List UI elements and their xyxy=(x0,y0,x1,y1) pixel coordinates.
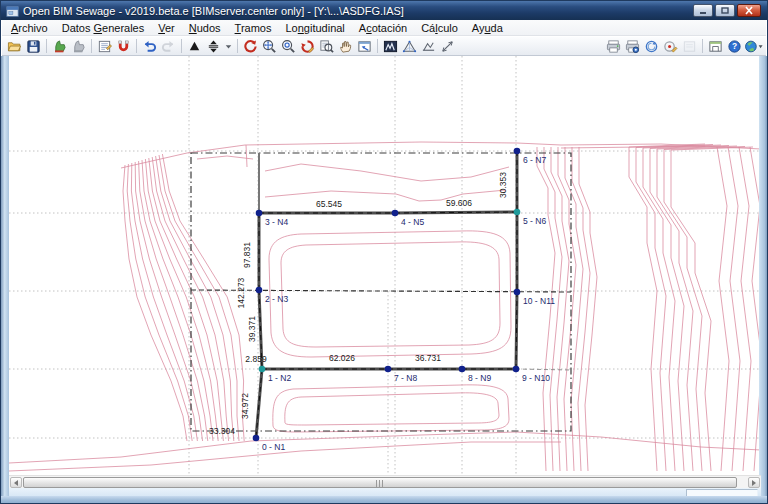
bim-sync-button[interactable] xyxy=(642,38,661,55)
dimension-label: 62.026 xyxy=(329,353,355,363)
contour-line xyxy=(162,154,244,441)
help-button[interactable]: ? xyxy=(725,38,744,55)
bimserver-world-button[interactable] xyxy=(744,38,763,55)
scrollbar-grip-icon xyxy=(376,480,384,487)
menu-item-c-lculo[interactable]: Cálculo xyxy=(414,21,465,35)
pan-button[interactable] xyxy=(336,38,355,55)
contour-line xyxy=(285,393,499,425)
menu-item-ver[interactable]: Ver xyxy=(151,21,182,35)
menu-item-acotaci-n[interactable]: Acotación xyxy=(352,21,414,35)
scroll-right-button[interactable] xyxy=(748,477,760,488)
bimserver-world-icon xyxy=(744,39,763,54)
node-2-N3[interactable] xyxy=(256,287,263,294)
window-frame-bottom xyxy=(1,496,767,503)
menu-item-datos-generales[interactable]: Datos Generales xyxy=(55,21,152,35)
contour-line xyxy=(159,155,239,441)
zoom-page-icon xyxy=(319,39,334,54)
scrollbar-thumb[interactable] xyxy=(23,477,737,488)
node-8-N9[interactable] xyxy=(459,366,466,373)
window-title: Open BIM Sewage - v2019.beta.e [BIMserve… xyxy=(23,5,404,17)
toolbar-group: ? xyxy=(705,37,764,55)
toolbar-separator xyxy=(237,39,238,53)
contour-line xyxy=(197,156,253,159)
window-view-button[interactable] xyxy=(706,38,725,55)
undo-button[interactable] xyxy=(140,38,159,55)
print-button[interactable] xyxy=(604,38,623,55)
toolbar-separator xyxy=(702,39,703,53)
node-label: 5 - N6 xyxy=(523,216,546,226)
menu-item-longitudinal[interactable]: Longitudinal xyxy=(278,21,351,35)
node-0-N1[interactable] xyxy=(253,435,260,442)
horizontal-scrollbar[interactable] xyxy=(9,475,761,488)
node-7-N8[interactable] xyxy=(385,366,392,373)
menu-bar: ArchivoDatos GeneralesVerNudosTramosLong… xyxy=(2,20,766,36)
edit-green-button[interactable] xyxy=(50,38,69,55)
dimension-label: 30.353 xyxy=(498,172,508,198)
menu-item-tramos[interactable]: Tramos xyxy=(228,21,279,35)
minimize-button[interactable] xyxy=(693,4,713,17)
contour-line xyxy=(629,144,705,471)
mark-expand-button[interactable] xyxy=(204,38,223,55)
open-file-button[interactable] xyxy=(5,38,24,55)
save-button[interactable] xyxy=(24,38,43,55)
menu-item-ayuda[interactable]: Ayuda xyxy=(465,21,510,35)
print-config-button[interactable] xyxy=(623,38,642,55)
terrain-mesh-button[interactable] xyxy=(400,38,419,55)
previous-view-button[interactable] xyxy=(355,38,374,55)
menu-item-archivo[interactable]: Archivo xyxy=(4,21,55,35)
contour-line xyxy=(265,164,509,181)
mark-dropdown-icon xyxy=(223,39,234,54)
edit-gray-button[interactable] xyxy=(69,38,88,55)
restore-button[interactable] xyxy=(715,4,735,17)
node-10-N11[interactable] xyxy=(514,289,521,296)
app-icon xyxy=(6,4,19,17)
node-label: 1 - N2 xyxy=(268,373,291,383)
redraw-button[interactable] xyxy=(298,38,317,55)
toolbar-separator xyxy=(46,39,47,53)
redo-button[interactable] xyxy=(159,38,178,55)
contour-line xyxy=(728,147,740,471)
print-icon xyxy=(606,39,621,54)
node-3-N4[interactable] xyxy=(256,210,263,217)
node-6-N7[interactable] xyxy=(514,148,521,155)
toolbar-group xyxy=(139,37,179,55)
mark-dropdown-button[interactable] xyxy=(223,38,234,55)
zoom-page-button[interactable] xyxy=(317,38,336,55)
drawing-canvas[interactable]: 0 - N11 - N22 - N33 - N44 - N55 - N66 - … xyxy=(9,56,761,474)
node-5-N6[interactable] xyxy=(514,209,521,216)
redraw-icon xyxy=(300,39,315,54)
node-1-N2[interactable] xyxy=(259,366,266,373)
toolbar-group xyxy=(49,37,89,55)
contour-line xyxy=(558,147,576,471)
node-label: 10 - N11 xyxy=(523,296,555,306)
contour-view-button[interactable] xyxy=(381,38,400,55)
dimension-label: 39.371 xyxy=(247,316,257,342)
notes-button[interactable] xyxy=(95,38,114,55)
bim-sync-icon xyxy=(644,39,659,54)
sewage-network-plan[interactable]: 0 - N11 - N22 - N33 - N44 - N55 - N66 - … xyxy=(9,56,761,474)
zoom-window-button[interactable] xyxy=(260,38,279,55)
mark-up-button[interactable] xyxy=(185,38,204,55)
dimension-label: 65.545 xyxy=(316,199,342,209)
menu-item-nudos[interactable]: Nudos xyxy=(182,21,228,35)
magnet-icon xyxy=(116,39,131,54)
refresh-button[interactable] xyxy=(241,38,260,55)
slope-axes-button[interactable] xyxy=(438,38,457,55)
title-bar[interactable]: Open BIM Sewage - v2019.beta.e [BIMserve… xyxy=(1,1,767,20)
node-9-N10[interactable] xyxy=(513,366,520,373)
dimension-label: 34.972 xyxy=(240,393,250,419)
scroll-left-button[interactable] xyxy=(10,477,22,488)
terrain-section-button[interactable] xyxy=(419,38,438,55)
dimension-label: 142.273 xyxy=(236,277,246,308)
contour-line xyxy=(671,147,753,471)
magnet-button[interactable] xyxy=(114,38,133,55)
close-button[interactable] xyxy=(737,4,761,17)
bim-edit-button[interactable] xyxy=(661,38,680,55)
zoom-extents-button[interactable] xyxy=(279,38,298,55)
contour-line xyxy=(281,242,500,347)
bim-disabled-button[interactable] xyxy=(680,38,699,55)
dimension-label: 36.731 xyxy=(415,353,441,363)
help-icon: ? xyxy=(727,39,742,54)
node-4-N5[interactable] xyxy=(392,210,399,217)
contour-line xyxy=(739,147,751,471)
